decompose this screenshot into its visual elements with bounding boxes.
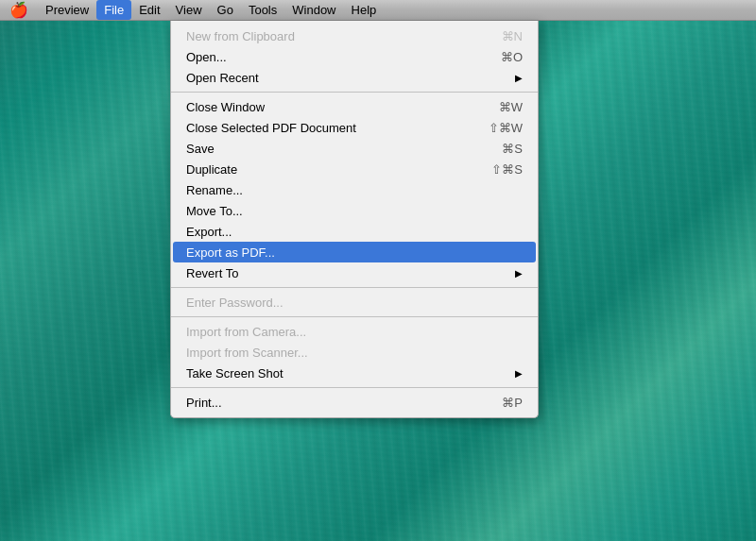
open-recent-label: Open Recent bbox=[186, 71, 515, 85]
menu-item-close-window[interactable]: Close Window ⌘W bbox=[171, 96, 538, 117]
menubar-view[interactable]: View bbox=[168, 0, 210, 20]
open-recent-arrow: ▶ bbox=[515, 73, 523, 83]
menu-item-export[interactable]: Export... bbox=[171, 221, 538, 242]
export-label: Export... bbox=[186, 225, 523, 239]
menu-item-revert-to[interactable]: Revert To ▶ bbox=[171, 262, 538, 283]
menu-item-screenshot[interactable]: Take Screen Shot ▶ bbox=[171, 363, 538, 383]
close-window-label: Close Window bbox=[186, 100, 499, 114]
menubar-help[interactable]: Help bbox=[344, 0, 385, 20]
duplicate-label: Duplicate bbox=[186, 162, 491, 177]
menu-item-new-clipboard[interactable]: New from Clipboard ⌘N bbox=[171, 25, 538, 46]
menu-item-enter-password[interactable]: Enter Password... bbox=[171, 292, 538, 313]
screenshot-label: Take Screen Shot bbox=[186, 366, 515, 380]
menu-item-import-scanner[interactable]: Import from Scanner... bbox=[171, 342, 538, 363]
menu-item-export-pdf[interactable]: Export as PDF... bbox=[173, 242, 536, 262]
menu-item-save[interactable]: Save ⌘S bbox=[171, 138, 538, 159]
menu-item-open-recent[interactable]: Open Recent ▶ bbox=[171, 67, 538, 88]
menu-item-move-to[interactable]: Move To... bbox=[171, 200, 538, 221]
screenshot-arrow: ▶ bbox=[515, 368, 523, 379]
export-pdf-label: Export as PDF... bbox=[186, 245, 523, 260]
menubar-window[interactable]: Window bbox=[284, 0, 343, 20]
menu-item-close-pdf[interactable]: Close Selected PDF Document ⇧⌘W bbox=[171, 117, 538, 138]
menu-item-open[interactable]: Open... ⌘O bbox=[171, 46, 538, 67]
close-window-shortcut: ⌘W bbox=[499, 100, 523, 114]
print-label: Print... bbox=[186, 396, 502, 410]
close-pdf-label: Close Selected PDF Document bbox=[186, 121, 489, 135]
menubar-go[interactable]: Go bbox=[210, 0, 241, 20]
menubar-tools[interactable]: Tools bbox=[241, 0, 284, 20]
file-dropdown-menu: New from Clipboard ⌘N Open... ⌘O Open Re… bbox=[170, 21, 539, 418]
menu-item-rename[interactable]: Rename... bbox=[171, 179, 538, 200]
rename-label: Rename... bbox=[186, 183, 523, 197]
close-pdf-shortcut: ⇧⌘W bbox=[489, 121, 523, 135]
separator-3 bbox=[171, 316, 538, 317]
separator-1 bbox=[171, 92, 538, 93]
separator-2 bbox=[171, 287, 538, 288]
menu-item-import-camera[interactable]: Import from Camera... bbox=[171, 321, 538, 342]
print-shortcut: ⌘P bbox=[502, 396, 523, 410]
revert-to-label: Revert To bbox=[186, 266, 515, 280]
import-camera-label: Import from Camera... bbox=[186, 325, 523, 339]
menu-item-duplicate[interactable]: Duplicate ⇧⌘S bbox=[171, 159, 538, 179]
duplicate-shortcut: ⇧⌘S bbox=[491, 162, 523, 177]
enter-password-label: Enter Password... bbox=[186, 296, 523, 310]
open-label: Open... bbox=[186, 50, 501, 64]
save-shortcut: ⌘S bbox=[502, 142, 523, 156]
menubar: 🍎 Preview File Edit View Go Tools Window… bbox=[0, 0, 756, 21]
open-shortcut: ⌘O bbox=[501, 50, 523, 64]
new-clipboard-shortcut: ⌘N bbox=[502, 29, 523, 43]
new-clipboard-label: New from Clipboard bbox=[186, 29, 502, 43]
move-to-label: Move To... bbox=[186, 204, 523, 218]
import-scanner-label: Import from Scanner... bbox=[186, 346, 523, 360]
menu-item-print[interactable]: Print... ⌘P bbox=[171, 392, 538, 413]
apple-menu[interactable]: 🍎 bbox=[0, 0, 38, 20]
menubar-file[interactable]: File bbox=[96, 0, 131, 20]
menubar-preview[interactable]: Preview bbox=[38, 0, 96, 20]
separator-4 bbox=[171, 387, 538, 388]
menubar-edit[interactable]: Edit bbox=[131, 0, 167, 20]
save-label: Save bbox=[186, 142, 502, 156]
revert-to-arrow: ▶ bbox=[515, 268, 523, 279]
